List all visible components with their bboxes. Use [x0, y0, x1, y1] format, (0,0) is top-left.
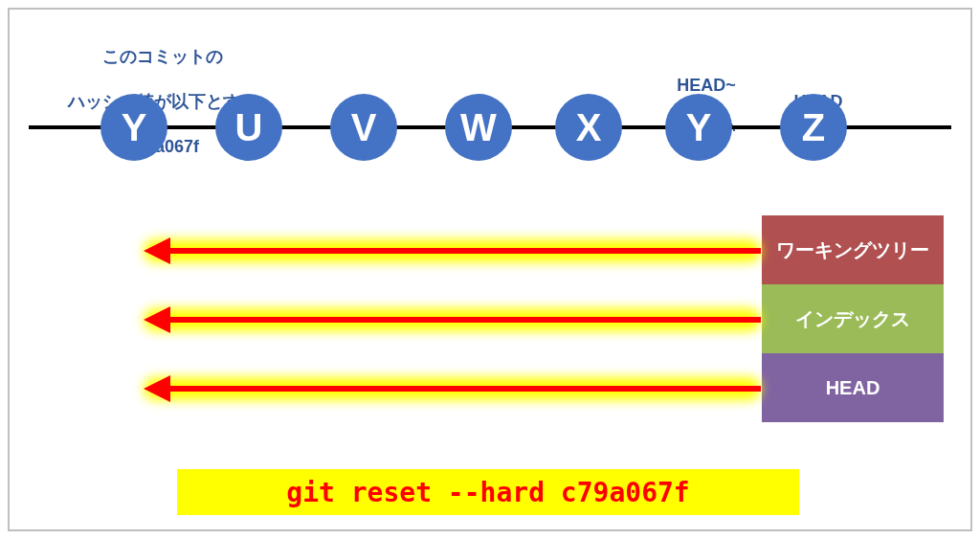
commit-node-6: Z — [780, 94, 847, 161]
commit-label: U — [235, 106, 263, 149]
commit-label: Z — [802, 106, 825, 149]
commit-node-0: Y — [100, 94, 167, 161]
head-tilde: HEAD~ — [677, 76, 736, 95]
arrow-line — [165, 248, 761, 254]
reset-arrow-working-tree — [144, 239, 761, 262]
head-box: HEAD — [762, 353, 944, 422]
arrow-head-icon — [144, 237, 170, 264]
commit-label: X — [576, 106, 602, 149]
command-bar: git reset --hard c79a067f — [177, 469, 799, 515]
commit-label: Y — [122, 106, 147, 149]
commit-label: Y — [686, 106, 712, 149]
reset-arrow-head — [144, 377, 761, 400]
commit-node-4: X — [555, 94, 622, 161]
arrow-head-icon — [144, 375, 170, 402]
arrow-line — [165, 317, 761, 323]
arrow-head-icon — [144, 306, 170, 333]
note-line1: このコミットの — [102, 47, 223, 66]
index-box: インデックス — [762, 284, 944, 353]
arrow-line — [165, 386, 761, 392]
box-label: ワーキングツリー — [776, 237, 929, 263]
box-label: HEAD — [826, 377, 880, 399]
commit-node-3: W — [445, 94, 512, 161]
reset-arrow-index — [144, 308, 761, 331]
commit-label: W — [460, 106, 497, 149]
commit-node-2: V — [330, 94, 397, 161]
working-tree-box: ワーキングツリー — [762, 215, 944, 284]
commit-label: V — [351, 106, 377, 149]
commit-node-5: Y — [665, 94, 732, 161]
git-areas-stack: ワーキングツリー インデックス HEAD — [762, 215, 944, 422]
command-text: git reset --hard c79a067f — [286, 477, 689, 508]
box-label: インデックス — [795, 306, 910, 332]
commit-node-1: U — [215, 94, 282, 161]
